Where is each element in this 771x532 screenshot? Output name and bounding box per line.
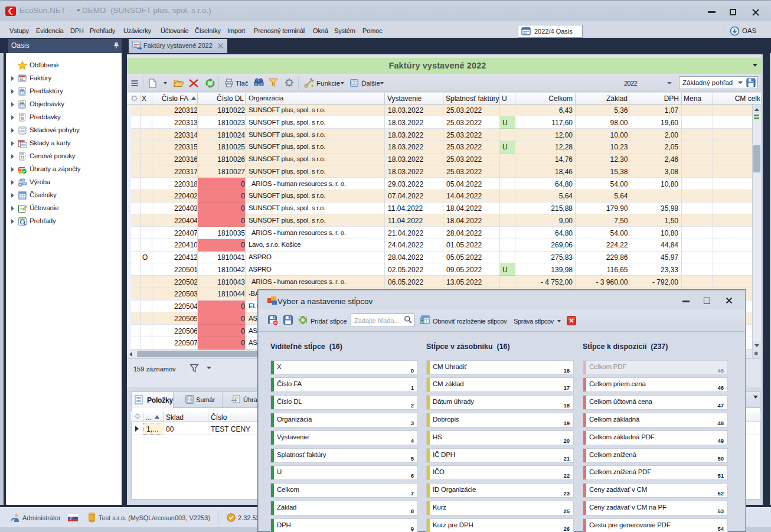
svg-text:%: % (21, 116, 24, 120)
svg-text:Σ: Σ (188, 397, 191, 403)
svg-text:77: 77 (20, 155, 25, 159)
